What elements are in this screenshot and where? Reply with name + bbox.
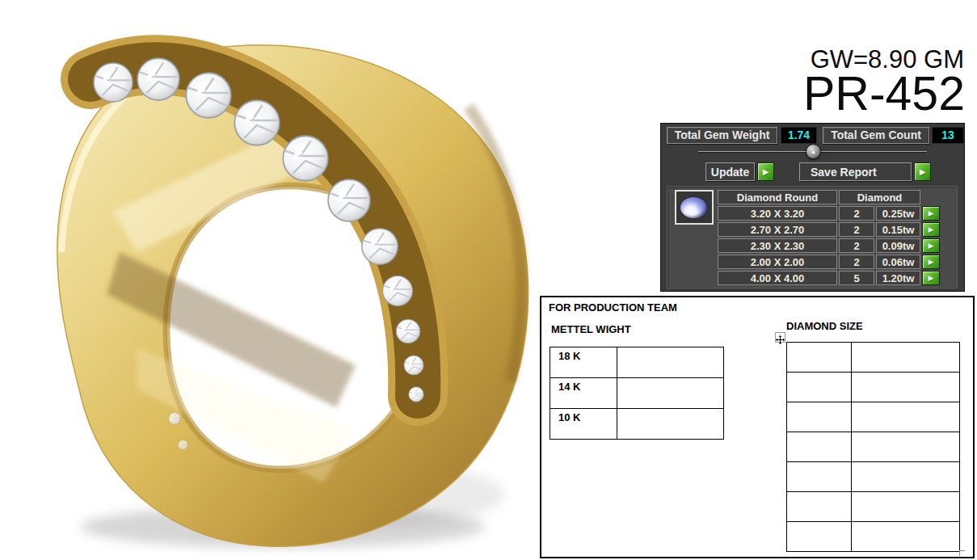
gem-row-go-button[interactable]: ▶ <box>922 222 940 237</box>
gem-weight-cell: 0.15tw <box>876 222 920 237</box>
gem-table-header-row: Diamond Round Diamond <box>718 190 941 204</box>
right-arrow-icon: ▶ <box>915 164 930 180</box>
gem-count-cell: 5 <box>839 271 874 285</box>
diamond-icon <box>186 73 231 118</box>
diamond-size-row <box>787 373 960 402</box>
diamond-size-cell <box>787 373 852 402</box>
diamond-size-title: DIAMOND SIZE <box>786 320 863 332</box>
diamond-icon <box>328 179 370 221</box>
gem-count-cell: 2 <box>839 255 874 269</box>
gem-count-cell: 2 <box>839 206 874 221</box>
diamond-icon <box>404 356 423 375</box>
gem-weight-cell: 1.20tw <box>876 271 920 285</box>
ring-render <box>16 10 541 553</box>
gem-count-cell: 2 <box>839 222 874 237</box>
diamond-icon <box>137 58 179 100</box>
diamond-size-cell <box>787 462 852 492</box>
diamond-size-value-cell <box>852 343 960 373</box>
right-arrow-icon: ▶ <box>923 272 939 284</box>
diamond-size-value-cell <box>852 432 960 462</box>
gem-row: 2.00 X 2.00 2 0.06tw ▶ <box>718 255 941 269</box>
table-resize-handle-icon[interactable] <box>959 550 965 556</box>
gem-row-go-button[interactable]: ▶ <box>922 206 940 221</box>
diamond-size-value-cell <box>852 522 960 552</box>
diamond-size-cell <box>787 432 852 462</box>
gem-table: Diamond Round Diamond 3.20 X 3.20 2 0.25… <box>716 188 942 287</box>
diamond-icon <box>362 229 398 264</box>
metal-weight-table: 18 K 14 K 10 K <box>550 347 724 440</box>
diamond-size-row <box>787 492 960 522</box>
total-gem-weight-value: 1.74 <box>781 127 817 144</box>
gem-size-cell: 4.00 X 4.00 <box>718 271 837 285</box>
model-number-text: PR-452 <box>803 70 965 118</box>
col-header-diamond-round: Diamond Round <box>718 190 837 204</box>
gem-weight-cell: 0.25tw <box>876 206 920 221</box>
diamond-size-cell <box>787 343 852 373</box>
diamond-icon <box>234 100 280 145</box>
ring-image <box>16 10 541 553</box>
update-go-button[interactable]: ▶ <box>757 162 774 181</box>
screenshot-root: GW=8.90 GM PR-452 Total Gem Weight 1.74 … <box>0 0 977 560</box>
metal-karat-cell: 14 K <box>550 378 617 409</box>
total-gem-count-value: 13 <box>932 127 964 144</box>
metal-value-cell <box>617 347 724 378</box>
gem-count-cell: 2 <box>839 238 874 253</box>
gem-weight-cell: 0.06tw <box>876 255 920 269</box>
diamond-size-value-cell <box>852 492 960 522</box>
metal-value-cell <box>617 409 724 440</box>
diamond-size-row <box>787 343 960 373</box>
diamond-icon <box>178 440 187 449</box>
diamond-size-row <box>787 402 960 432</box>
save-report-go-button[interactable]: ▶ <box>914 162 931 181</box>
diamond-size-table <box>786 342 960 552</box>
diamond-icon <box>283 136 328 181</box>
col-header-diamond: Diamond <box>839 190 920 204</box>
right-arrow-icon: ▶ <box>923 208 939 220</box>
metal-weight-title: METTEL WIGHT <box>551 323 631 335</box>
update-button[interactable]: Update <box>705 162 755 181</box>
gem-row-go-button[interactable]: ▶ <box>922 271 940 285</box>
gem-row: 4.00 X 4.00 5 1.20tw ▶ <box>718 271 941 285</box>
right-arrow-icon: ▶ <box>923 240 939 252</box>
collapse-knob[interactable]: ▲ <box>806 144 821 159</box>
metal-row: 10 K <box>550 409 724 440</box>
gem-icon-box[interactable] <box>675 190 714 225</box>
diamond-size-value-cell <box>852 462 960 492</box>
chevron-up-icon: ▲ <box>811 149 816 154</box>
gem-weight-cell: 0.09tw <box>876 238 920 253</box>
diamond-size-row <box>787 432 960 462</box>
gem-table-section: Diamond Round Diamond 3.20 X 3.20 2 0.25… <box>667 186 958 288</box>
diamond-icon <box>409 387 424 402</box>
diamond-size-value-cell <box>852 402 960 432</box>
production-title: FOR PRODUCTION TEAM <box>549 301 677 314</box>
gem-row: 2.70 X 2.70 2 0.15tw ▶ <box>718 222 941 237</box>
metal-karat-cell: 10 K <box>550 409 617 440</box>
diamond-icon <box>94 63 133 102</box>
gem-row: 2.30 X 2.30 2 0.09tw ▶ <box>718 238 941 253</box>
save-report-button[interactable]: Save Report <box>799 162 912 181</box>
gem-row: 3.20 X 3.20 2 0.25tw ▶ <box>718 206 941 221</box>
gem-row-go-button[interactable]: ▶ <box>922 238 940 253</box>
metal-karat-cell: 18 K <box>550 347 617 378</box>
diamond-icon <box>396 319 420 343</box>
total-gem-weight-label: Total Gem Weight <box>667 127 777 144</box>
spacer-cell <box>922 190 941 204</box>
right-arrow-icon: ▶ <box>758 164 773 180</box>
table-move-handle-icon[interactable] <box>775 332 785 343</box>
round-gem-icon <box>680 197 707 218</box>
metal-value-cell <box>617 378 724 409</box>
diamond-size-row <box>787 522 960 552</box>
diamond-icon <box>383 276 413 306</box>
diamond-size-cell <box>787 402 852 432</box>
diamond-size-row <box>787 462 960 492</box>
right-arrow-icon: ▶ <box>923 224 939 236</box>
diamond-size-cell <box>787 522 852 552</box>
right-arrow-icon: ▶ <box>923 256 939 268</box>
gem-size-cell: 2.30 X 2.30 <box>718 238 837 253</box>
diamond-size-cell <box>787 492 852 522</box>
diamond-icon <box>169 413 181 425</box>
gem-row-go-button[interactable]: ▶ <box>922 255 940 269</box>
production-box: FOR PRODUCTION TEAM METTEL WIGHT 18 K 14… <box>540 296 975 558</box>
diamond-size-value-cell <box>852 373 960 402</box>
metal-row: 14 K <box>550 378 724 409</box>
